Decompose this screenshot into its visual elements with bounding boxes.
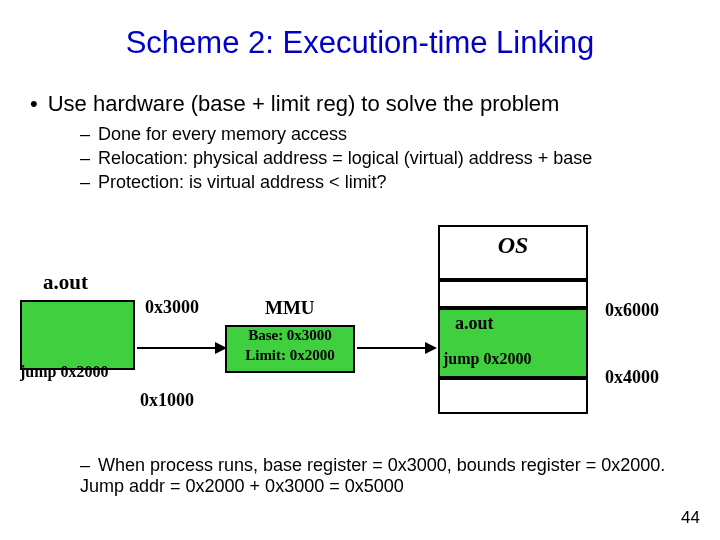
bullet-level2: –Done for every memory access: [0, 121, 720, 145]
arrow-left: [137, 340, 227, 356]
addr-0x4000: 0x4000: [605, 367, 659, 388]
mmu-limit: Limit: 0x2000: [230, 347, 350, 364]
bullet-text: When process runs, base register = 0x300…: [80, 455, 665, 496]
gap-region-1: [438, 280, 588, 308]
bullet-level2-bottom: –When process runs, base register = 0x30…: [80, 455, 680, 497]
left-memory-box: [20, 300, 135, 370]
aout-label-left: a.out: [43, 270, 88, 295]
slide-number: 44: [681, 508, 700, 528]
bullet-text: Protection: is virtual address < limit?: [98, 172, 387, 192]
addr-0x3000: 0x3000: [145, 297, 199, 318]
jump-label-left: jump 0x2000: [20, 363, 108, 381]
bullet-dash: –: [80, 124, 98, 144]
bullet-text: Use hardware (base + limit reg) to solve…: [48, 91, 560, 116]
mmu-base: Base: 0x3000: [230, 327, 350, 344]
mmu-title: MMU: [265, 297, 315, 319]
aout-label-right: a.out: [455, 313, 494, 334]
bullet-dot: •: [30, 91, 48, 116]
os-label: OS: [438, 232, 588, 259]
slide-title: Scheme 2: Execution-time Linking: [0, 0, 720, 61]
bullet-level2: –Relocation: physical address = logical …: [0, 145, 720, 169]
jump-label-right: jump 0x2000: [443, 350, 531, 368]
gap-region-2: [438, 378, 588, 414]
diagram-area: a.out jump 0x2000 0x3000 0x1000 MMU Base…: [40, 255, 690, 455]
addr-0x1000: 0x1000: [140, 390, 194, 411]
bullet-text: Relocation: physical address = logical (…: [98, 148, 592, 168]
svg-marker-3: [425, 342, 437, 354]
bullet-level2: –Protection: is virtual address < limit?: [0, 169, 720, 193]
bullet-dash: –: [80, 148, 98, 168]
svg-marker-1: [215, 342, 227, 354]
bullet-text: Done for every memory access: [98, 124, 347, 144]
bullet-dash: –: [80, 455, 98, 475]
arrow-right: [357, 340, 437, 356]
addr-0x6000: 0x6000: [605, 300, 659, 321]
bullet-dash: –: [80, 172, 98, 192]
bullet-level1: •Use hardware (base + limit reg) to solv…: [0, 61, 720, 121]
